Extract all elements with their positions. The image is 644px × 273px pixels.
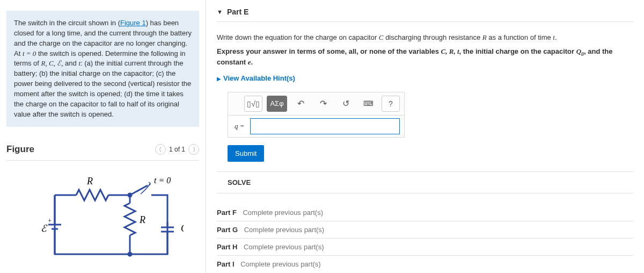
help-button[interactable]: ? <box>382 96 400 112</box>
answer-input[interactable] <box>250 118 400 134</box>
svg-text:R: R <box>139 214 145 225</box>
figure-link[interactable]: Figure 1 <box>120 19 146 27</box>
pager-prev[interactable]: 〈 <box>155 144 166 155</box>
svg-point-1 <box>128 253 131 256</box>
figure-title: Figure <box>6 144 34 155</box>
svg-text:C: C <box>181 223 184 234</box>
part-e-header[interactable]: ▼ Part E <box>217 0 633 22</box>
svg-text:t = 0: t = 0 <box>154 176 171 185</box>
templates-button[interactable]: ▯√▯ <box>244 96 262 112</box>
circuit-figure: R R C ℰ t = 0 + <box>4 174 201 270</box>
locked-part: Part H Complete previous part(s) <box>217 239 633 256</box>
chevron-right-icon: ▶ <box>217 76 221 82</box>
equation-toolbar: ▯√▯ ΑΣφ ↶ ↷ ↺ ⌨ ? <box>228 92 405 115</box>
svg-text:R: R <box>86 176 93 186</box>
locked-part: Part G Complete previous part(s) <box>217 221 633 239</box>
problem-statement: The switch in the circuit shown in (Figu… <box>6 11 199 127</box>
instruction-bold: Express your answer in terms of some, al… <box>217 47 633 67</box>
reset-button[interactable]: ↺ <box>336 96 355 112</box>
pager-next[interactable]: 〉 <box>188 144 199 155</box>
answer-lhs: q = <box>228 122 250 131</box>
undo-button[interactable]: ↶ <box>291 96 310 112</box>
figure-pager: 〈 1 of 1 〉 <box>155 144 199 155</box>
instruction: Write down the equation for the charge o… <box>217 33 633 42</box>
solve-header: SOLVE <box>217 171 633 193</box>
keyboard-button[interactable]: ⌨ <box>359 96 377 112</box>
locked-part: Part I Complete previous part(s) <box>217 256 633 272</box>
svg-text:ℰ: ℰ <box>41 223 48 234</box>
redo-button[interactable]: ↷ <box>314 96 332 112</box>
submit-button[interactable]: Submit <box>228 145 264 162</box>
greek-button[interactable]: ΑΣφ <box>267 96 287 112</box>
svg-text:+: + <box>48 217 52 225</box>
collapse-icon: ▼ <box>217 9 223 15</box>
view-hints[interactable]: ▶View Available Hint(s) <box>217 74 633 82</box>
locked-part: Part F Complete previous part(s) <box>217 204 633 221</box>
